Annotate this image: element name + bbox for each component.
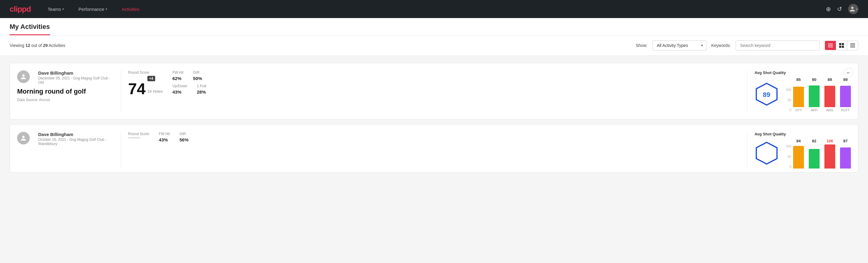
y-axis: 100 50 0 xyxy=(786,88,793,112)
bars-container: 85 OTT 90 xyxy=(793,77,851,112)
view-toggle-group xyxy=(825,40,858,50)
nav-item-performance[interactable]: Performance ▾ xyxy=(76,5,110,13)
updown-value: 43% xyxy=(172,89,187,94)
card-right: Avg Shot Quality 89 100 xyxy=(754,70,851,112)
user-name: Dave Billingham xyxy=(38,70,114,76)
edit-button[interactable]: ✏ xyxy=(844,68,853,78)
activity-type-select[interactable]: All Activity Types Rounds Practice Sessi… xyxy=(652,40,707,51)
updown-label: Up/Down xyxy=(172,84,187,88)
gir-label: GIR xyxy=(180,132,189,136)
nav-item-activities[interactable]: Activities xyxy=(119,5,142,13)
activity-card: ✏ Dave Billingham December 05, 2021 - Go… xyxy=(10,63,858,119)
bar-4-fill xyxy=(840,147,851,169)
svg-rect-6 xyxy=(842,46,844,48)
bar-putt-value: 89 xyxy=(843,77,847,82)
bar-ott-value: 85 xyxy=(797,77,801,82)
fw-hit-label: FW Hit xyxy=(159,132,170,136)
hexagon-container xyxy=(754,141,779,167)
bar-arg-fill xyxy=(825,86,835,107)
fw-hit-block: FW Hit 62% xyxy=(172,70,183,81)
viewing-text: Viewing 12 out of 29 Activities xyxy=(10,43,65,48)
bar-app: 90 APP xyxy=(809,77,819,112)
round-score-label: Round Score xyxy=(128,70,163,75)
card-middle: Round Score 74 +4 18 Holes FW Hit xyxy=(128,70,740,96)
svg-marker-12 xyxy=(756,142,777,164)
avg-shot-label: Avg Shot Quality xyxy=(754,132,851,136)
y-label-0: 0 xyxy=(786,108,791,112)
svg-rect-2 xyxy=(828,47,833,47)
holes-text: 18 Holes xyxy=(147,89,163,94)
bar-2-value: 82 xyxy=(812,139,816,143)
y-label-50: 50 xyxy=(786,155,791,158)
activity-date: October 16, 2021 - Gog Magog Golf Club -… xyxy=(38,138,114,146)
bar-putt-wrap xyxy=(840,83,851,107)
bar-chart: 100 50 0 85 xyxy=(786,77,851,112)
nav-label-activities: Activities xyxy=(122,7,140,12)
add-icon[interactable]: ⊕ xyxy=(826,5,831,12)
chevron-down-icon: ▾ xyxy=(62,7,64,11)
bar-ott: 85 OTT xyxy=(793,77,804,112)
y-label-50: 50 xyxy=(786,98,791,102)
bar-app-label: APP xyxy=(811,108,817,112)
bar-1-value: 94 xyxy=(797,139,801,143)
bar-3-value: 106 xyxy=(827,139,833,143)
activity-title: Morning round of golf xyxy=(17,88,114,95)
round-score-value: 74 xyxy=(128,81,146,96)
bar-arg-wrap xyxy=(825,83,835,107)
nav-right: ⊕ ↺ ▾ xyxy=(826,4,858,14)
bar-1-wrap xyxy=(793,144,804,169)
activity-type-select-wrapper: All Activity Types Rounds Practice Sessi… xyxy=(652,40,707,51)
card-body: Dave Billingham October 16, 2021 - Gog M… xyxy=(17,132,851,169)
avg-shot-label: Avg Shot Quality xyxy=(754,70,851,75)
divider xyxy=(747,132,747,169)
nav-label-performance: Performance xyxy=(79,7,104,12)
bar-ott-wrap xyxy=(793,83,804,107)
activities-list: ✏ Dave Billingham December 05, 2021 - Go… xyxy=(0,56,868,184)
data-source: Data Source: Arccos xyxy=(17,98,114,102)
stats-group: FW Hit 62% GIR 50% Up/Down 43% xyxy=(172,70,206,94)
score-badge: +4 xyxy=(147,76,155,81)
one-putt-label: 1 Putt xyxy=(197,84,206,88)
keywords-label: Keywords: xyxy=(711,43,731,48)
page-title: My Activities xyxy=(10,23,50,35)
hexagon-icon xyxy=(754,141,779,165)
updown-block: Up/Down 43% xyxy=(172,84,187,94)
svg-rect-0 xyxy=(828,43,833,44)
nav-item-teams[interactable]: Teams ▾ xyxy=(45,5,66,13)
bar-app-wrap xyxy=(809,83,819,107)
fw-hit-value: 62% xyxy=(172,76,183,81)
svg-rect-10 xyxy=(850,47,855,48)
hexagon-container: 89 xyxy=(754,82,779,108)
gir-label: GIR xyxy=(193,70,202,75)
round-score-label: Round Score xyxy=(128,132,149,136)
bar-4-value: 87 xyxy=(843,139,847,143)
refresh-icon[interactable]: ↺ xyxy=(837,5,842,12)
card-right: Avg Shot Quality 100 50 xyxy=(754,132,851,169)
grid-view-button[interactable] xyxy=(836,41,847,50)
stats-group: FW Hit 43% GIR 56% xyxy=(159,132,189,142)
bars-container: 94 82 xyxy=(793,139,851,169)
fw-hit-block: FW Hit 43% xyxy=(159,132,170,142)
bar-2-wrap xyxy=(809,144,819,169)
bar-3-wrap xyxy=(825,144,835,169)
bar-3-fill xyxy=(825,144,835,169)
page-header: My Activities xyxy=(0,18,868,35)
fw-hit-value: 43% xyxy=(159,137,170,142)
bar-ott-fill xyxy=(793,87,804,107)
user-avatar[interactable]: ▾ xyxy=(848,4,858,14)
compact-view-button[interactable] xyxy=(847,41,858,50)
one-putt-block: 1 Putt 28% xyxy=(197,84,206,94)
gir-value: 56% xyxy=(180,137,189,142)
bar-app-fill xyxy=(809,85,819,107)
activity-date: December 05, 2021 - Gog Magog Golf Club … xyxy=(38,76,114,85)
avatar xyxy=(17,70,30,83)
svg-rect-9 xyxy=(850,46,855,46)
nav-label-teams: Teams xyxy=(48,7,61,12)
list-view-button[interactable] xyxy=(825,41,836,50)
search-input[interactable] xyxy=(736,40,820,51)
bar-4: 87 xyxy=(840,139,851,169)
one-putt-value: 28% xyxy=(197,89,206,94)
gir-block: GIR 56% xyxy=(180,132,189,142)
hex-score: 89 xyxy=(763,91,770,99)
avatar xyxy=(17,132,30,144)
